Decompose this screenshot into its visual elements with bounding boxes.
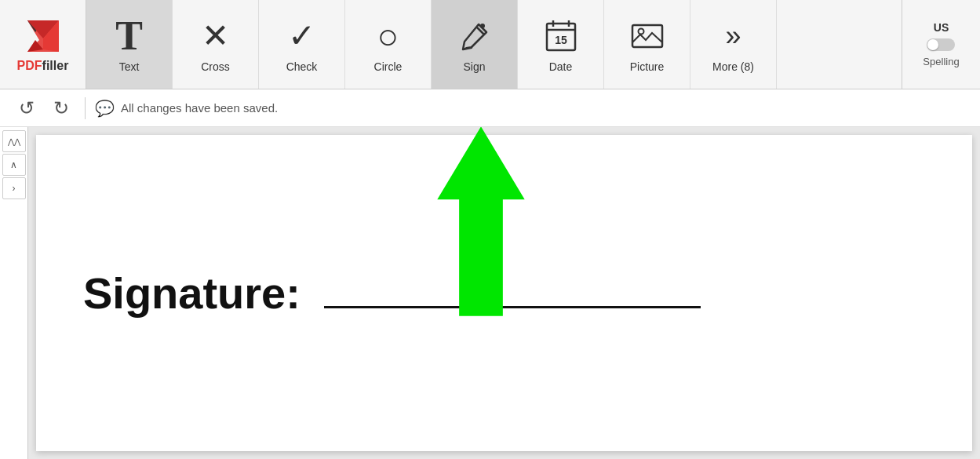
svg-rect-11 — [632, 25, 662, 47]
spelling-language: US — [934, 21, 949, 34]
scroll-up-button[interactable]: ∧ — [2, 154, 26, 176]
undo-button[interactable]: ↺ — [13, 94, 41, 122]
date-button[interactable]: 15 Date — [518, 0, 604, 89]
cross-icon: ✕ — [202, 16, 229, 56]
date-button-label: Date — [549, 60, 573, 73]
main-toolbar: PDFfiller T Text ✕ Cross ✓ Check ○ Circl… — [0, 0, 980, 89]
scroll-top-button[interactable]: ⋀⋀ — [2, 130, 26, 152]
svg-point-12 — [638, 28, 643, 34]
logo[interactable]: PDFfiller — [0, 0, 86, 89]
more-button-label: More (8) — [712, 60, 754, 73]
spelling-area[interactable]: US Spelling — [902, 0, 980, 89]
more-button[interactable]: » More (8) — [690, 0, 777, 89]
secondary-toolbar: ↺ ↻ 💬 All changes have been saved. — [0, 89, 980, 127]
circle-button[interactable]: ○ Circle — [345, 0, 432, 89]
spelling-label: Spelling — [923, 56, 959, 67]
picture-button[interactable]: Picture — [604, 0, 690, 89]
cross-button[interactable]: ✕ Cross — [173, 0, 259, 89]
scroll-right-button[interactable]: › — [2, 177, 26, 199]
circle-icon: ○ — [377, 16, 399, 56]
text-button[interactable]: T Text — [86, 0, 173, 89]
spelling-toggle-switch[interactable] — [927, 38, 955, 51]
green-arrow — [430, 127, 532, 323]
document-area: Signature: — [36, 135, 972, 451]
sign-icon — [457, 16, 493, 56]
status-icon: 💬 — [95, 99, 115, 118]
picture-button-label: Picture — [630, 60, 665, 73]
cross-button-label: Cross — [201, 60, 230, 73]
redo-button[interactable]: ↻ — [47, 94, 75, 122]
svg-marker-13 — [437, 127, 524, 316]
left-nav: ⋀⋀ ∧ › — [0, 127, 28, 459]
check-icon: ✓ — [288, 16, 315, 56]
check-button-label: Check — [286, 60, 318, 73]
status-message: All changes have been saved. — [121, 101, 278, 115]
signature-label: Signature: — [83, 268, 301, 319]
text-icon: T — [115, 16, 143, 56]
more-icon: » — [725, 16, 741, 56]
signature-line-container: Signature: — [83, 268, 701, 319]
svg-text:15: 15 — [555, 34, 567, 46]
main-content: ⋀⋀ ∧ › Signature: — [0, 127, 980, 459]
spelling-toggle: US Spelling — [923, 21, 959, 67]
sign-button[interactable]: Sign — [432, 0, 518, 89]
toolbar-separator — [85, 97, 86, 119]
svg-point-5 — [480, 24, 485, 28]
date-icon: 15 — [544, 16, 578, 56]
text-button-label: Text — [119, 60, 140, 73]
picture-icon — [630, 16, 665, 56]
circle-button-label: Circle — [374, 60, 403, 73]
check-button[interactable]: ✓ Check — [259, 0, 345, 89]
sign-button-label: Sign — [463, 60, 485, 73]
logo-text: PDFfiller — [17, 59, 69, 73]
status-area: 💬 All changes have been saved. — [95, 99, 278, 118]
